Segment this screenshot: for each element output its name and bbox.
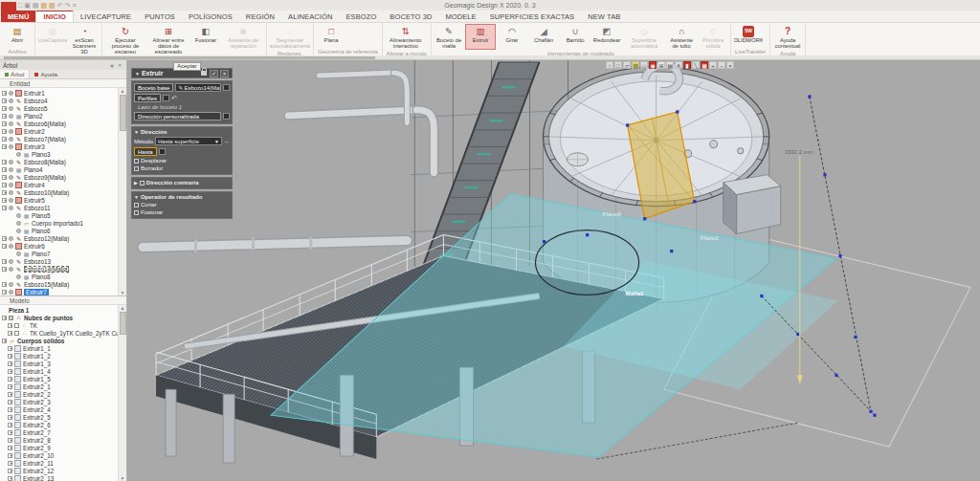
custom-direction-button[interactable]: Dirección personalizada — [134, 112, 221, 120]
expander-icon[interactable] — [2, 129, 7, 134]
ribbon-button[interactable]: Asistente de reparación — [222, 24, 264, 55]
solid-body-row[interactable]: Extruir2_6 — [0, 421, 118, 428]
solid-body-row[interactable]: Extruir1_1 — [0, 344, 118, 352]
expander-icon[interactable] — [2, 259, 7, 264]
ribbon-button[interactable]: Alineamiento interactivo — [385, 24, 427, 50]
profiles-count-box[interactable] — [163, 95, 169, 101]
ribbon-tab[interactable]: POLÍGONOS — [182, 11, 239, 22]
ribbon-button[interactable]: Primitiva sólida — [698, 24, 728, 50]
quick-access-icon[interactable]: ≡ — [72, 2, 76, 10]
solid-body-row[interactable]: Extruir1_5 — [0, 375, 118, 383]
solid-body-row[interactable]: Extruir2_7 — [0, 428, 118, 436]
ribbon-button[interactable]: Ejecutar proceso de escaneo — [104, 24, 146, 55]
custom-direction-picker[interactable] — [223, 113, 230, 120]
expander-icon[interactable] — [2, 106, 7, 111]
expander-icon[interactable] — [2, 98, 7, 103]
expander-icon[interactable] — [8, 415, 12, 420]
quick-access-toolbar[interactable]: □▣▤▨▨↶↷≡ — [18, 2, 77, 10]
tree-row[interactable]: Esbozo15(Malla) — [0, 280, 118, 288]
visibility-eye-icon[interactable] — [16, 274, 21, 279]
point-clouds-header-row[interactable]: Nubes de puntos — [0, 314, 118, 321]
expander-icon[interactable] — [2, 244, 7, 249]
viewport-3d[interactable]: 3392.2 mm Plano6 Plano2 Malla1 ○□▱▨◇◉⊞▤A… — [127, 60, 980, 481]
quick-access-icon[interactable]: ▨ — [49, 2, 56, 10]
lock-icon[interactable] — [201, 71, 207, 76]
expander-icon[interactable] — [2, 339, 7, 343]
visibility-eye-icon[interactable] — [9, 236, 13, 241]
tree-row[interactable]: Esbozo11 — [0, 204, 118, 211]
model-piece-row[interactable]: Pieza 1 — [0, 306, 118, 314]
solid-body-row[interactable]: Extruir2_2 — [0, 390, 118, 398]
solid-body-row[interactable]: Extruir1_4 — [0, 367, 118, 375]
solid-body-row[interactable]: Extruir2_8 — [0, 436, 118, 444]
undo-icon[interactable]: ↶ — [171, 95, 177, 102]
tree-row[interactable]: Esbozo5 — [0, 104, 118, 112]
solid-body-row[interactable]: Extruir2_5 — [0, 413, 118, 421]
ribbon-button[interactable]: Superficie automática — [623, 24, 665, 50]
tree-row[interactable]: Plano5 — [0, 211, 118, 219]
quick-access-icon[interactable]: ▣ — [24, 2, 31, 10]
expander-icon[interactable] — [8, 369, 12, 374]
expander-icon[interactable] — [8, 384, 12, 389]
expander-icon[interactable] — [2, 137, 7, 142]
quick-access-icon[interactable]: ↶ — [57, 2, 63, 10]
expander-icon[interactable] — [8, 446, 12, 450]
tree-row[interactable]: Extruir2 — [0, 127, 118, 135]
viewport-tool-icon[interactable]: ⊞ — [657, 61, 665, 69]
expander-icon[interactable] — [2, 183, 7, 187]
expander-icon[interactable] — [2, 190, 7, 195]
ribbon-tab[interactable]: BOCETO 3D — [383, 11, 438, 22]
tree-row[interactable]: Plano7 — [0, 250, 118, 257]
expander-icon[interactable] — [2, 121, 7, 126]
expander-icon[interactable] — [8, 346, 12, 351]
expander-icon[interactable] — [8, 476, 12, 481]
base-sketch-dropdown[interactable]: ✎ Esbozo14(Malla) ▼ — [175, 83, 221, 92]
visibility-eye-icon[interactable] — [16, 251, 21, 256]
cancel-button[interactable]: × — [220, 70, 229, 77]
expander-icon[interactable] — [8, 407, 12, 412]
viewport-tool-icon[interactable]: + — [709, 61, 717, 69]
expander-icon[interactable] — [2, 144, 7, 149]
expander-icon[interactable] — [8, 377, 12, 382]
expander-icon[interactable] — [8, 400, 12, 404]
solid-body-row[interactable]: Extruir2_3 — [0, 398, 118, 405]
ribbon-tab[interactable]: ESBOZO — [339, 11, 383, 22]
solid-body-row[interactable]: Extruir2_9 — [0, 444, 118, 451]
ribbon-button[interactable]: Extruir — [465, 24, 496, 50]
viewport-tool-icon[interactable]: □ — [614, 61, 622, 69]
viewport-tool-icon[interactable]: × — [726, 61, 734, 69]
expander-icon[interactable] — [8, 430, 12, 435]
viewport-tool-icon[interactable]: ╲ — [692, 61, 700, 69]
ribbon-button[interactable]: Boceto de malla — [434, 24, 464, 50]
tree-row[interactable]: Esbozo8(Malla) — [0, 158, 118, 165]
solid-body-row[interactable]: Extruir2_1 — [0, 383, 118, 390]
expander-icon[interactable] — [2, 167, 7, 172]
tree-row[interactable]: Esbozo13 — [0, 257, 118, 265]
ribbon-tab[interactable]: PUNTOS — [138, 11, 182, 22]
visibility-eye-icon[interactable] — [9, 190, 13, 195]
tree-row[interactable]: Plano6 — [0, 227, 118, 234]
expander-icon[interactable] — [2, 282, 7, 287]
checkbox[interactable] — [9, 316, 13, 320]
pin-icon[interactable]: ∗ — [107, 62, 116, 69]
ribbon-tab[interactable]: REGIÓN — [239, 11, 281, 22]
expander-icon[interactable] — [8, 438, 12, 443]
tree-row[interactable]: Plano2 — [0, 112, 118, 120]
ribbon-button[interactable]: Segmentar automáticamente — [269, 24, 311, 50]
viewport-tool-icon[interactable]: ▨ — [632, 61, 639, 69]
draft-checkbox[interactable] — [134, 166, 139, 171]
ribbon-button[interactable]: Fusionar — [190, 24, 221, 55]
merge-checkbox[interactable] — [134, 210, 139, 215]
point-cloud-row[interactable]: TK — [0, 321, 118, 329]
viewport-tool-icon[interactable]: ◇ — [640, 61, 648, 69]
ribbon-scrollbar-thumb[interactable] — [4, 56, 375, 59]
solid-body-row[interactable]: Extruir2_10 — [0, 451, 118, 459]
close-icon[interactable]: × — [116, 62, 123, 68]
ribbon-button[interactable]: Asistente de tubo — [666, 24, 697, 50]
method-dropdown[interactable]: Hasta superficie ▼ — [155, 137, 222, 145]
expander-icon[interactable] — [2, 316, 7, 320]
visibility-eye-icon[interactable] — [9, 121, 13, 126]
visibility-eye-icon[interactable] — [9, 91, 13, 96]
visibility-eye-icon[interactable] — [9, 267, 13, 272]
tree-row[interactable]: Cuerpo importado1 — [0, 219, 118, 227]
